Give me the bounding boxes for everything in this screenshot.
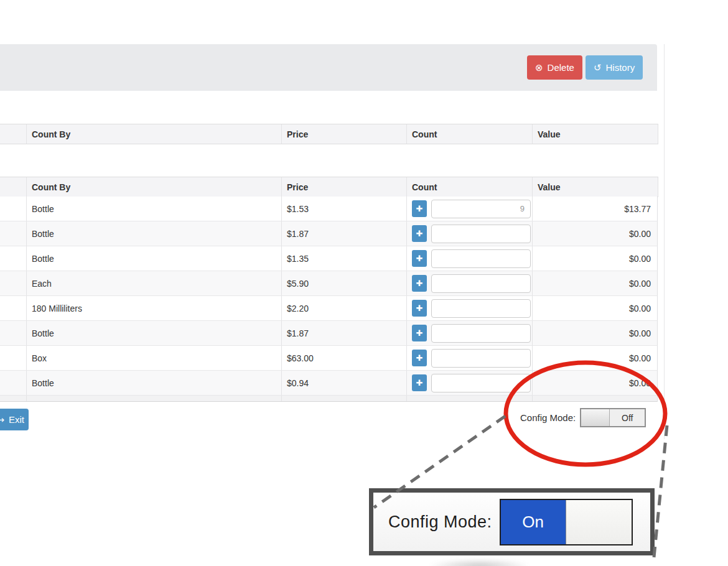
increment-count-button[interactable]: ✚ xyxy=(412,250,427,267)
increment-count-button[interactable]: ✚ xyxy=(412,200,427,217)
table-row: 180 Milliliters $2.20 ✚ $0.00 xyxy=(0,296,658,321)
delete-button-label: Delete xyxy=(548,62,574,73)
count-input[interactable] xyxy=(431,200,531,218)
price-cell: $1.87 xyxy=(281,221,406,246)
increment-count-button[interactable]: ✚ xyxy=(412,225,427,242)
config-mode-row: Config Mode: Off xyxy=(520,408,646,427)
panel-right-border xyxy=(664,44,665,439)
item-cell-cropped xyxy=(0,197,26,221)
value-cell: $0.00 xyxy=(532,371,658,395)
count-input[interactable] xyxy=(431,374,531,392)
value-cell: $0.00 xyxy=(532,321,658,345)
count-cell: ✚ xyxy=(406,197,532,221)
header-item-cell xyxy=(0,177,26,197)
item-cell-cropped xyxy=(0,221,26,246)
count-cell: ✚ xyxy=(406,271,532,295)
toggle-state-label: Off xyxy=(610,409,645,426)
table-fixed-header: Count By Price Count Value xyxy=(0,124,658,144)
count-by-cell: Bottle xyxy=(26,221,281,246)
plus-icon: ✚ xyxy=(416,353,423,363)
increment-count-button[interactable]: ✚ xyxy=(412,275,427,292)
config-mode-toggle[interactable]: Off xyxy=(580,408,646,427)
table-row-partial xyxy=(0,396,658,402)
item-cell-cropped xyxy=(0,271,26,295)
increment-count-button[interactable]: ✚ xyxy=(412,300,427,317)
table-row: Box $63.00 ✚ $0.00 xyxy=(0,346,658,371)
count-input[interactable] xyxy=(431,274,531,293)
table-header: Count By Price Count Value xyxy=(0,177,658,197)
price-cell: $5.90 xyxy=(281,271,406,295)
increment-count-button[interactable]: ✚ xyxy=(412,325,427,341)
inventory-count-screen: ⊗ Delete ↺ History Count By Price Count … xyxy=(0,0,728,566)
count-input[interactable] xyxy=(431,299,531,318)
history-icon: ↺ xyxy=(594,63,602,72)
exit-button-label: Exit xyxy=(9,414,24,425)
price-cell: $1.53 xyxy=(281,197,406,221)
price-cell: $63.00 xyxy=(281,346,406,370)
count-by-cell: Bottle xyxy=(26,321,281,345)
header-count-by: Count By xyxy=(26,124,281,144)
value-cell: $0.00 xyxy=(532,221,658,246)
callout-config-toggle[interactable]: On xyxy=(500,499,633,545)
item-cell-cropped xyxy=(0,296,26,320)
callout-shadow xyxy=(428,559,531,566)
plus-icon: ✚ xyxy=(416,378,423,387)
increment-count-button[interactable]: ✚ xyxy=(412,350,427,366)
count-by-cell: Bottle xyxy=(26,371,281,395)
plus-icon: ✚ xyxy=(416,204,423,213)
delete-circle-icon: ⊗ xyxy=(535,63,543,72)
item-cell-cropped xyxy=(0,371,26,395)
dashed-leader-right xyxy=(654,425,667,557)
history-button-label: History xyxy=(606,62,635,73)
callout-toggle-state-label: On xyxy=(501,500,566,544)
table-row: Bottle $1.87 ✚ $0.00 xyxy=(0,321,658,346)
header-count: Count xyxy=(406,124,532,144)
count-input[interactable] xyxy=(431,349,531,368)
history-button[interactable]: ↺ History xyxy=(586,55,643,80)
count-by-cell: Bottle xyxy=(26,246,281,271)
increment-count-button[interactable]: ✚ xyxy=(412,374,427,391)
header-value: Value xyxy=(532,124,658,144)
value-cell: $0.00 xyxy=(532,346,658,370)
item-cell-cropped xyxy=(0,321,26,345)
plus-icon: ✚ xyxy=(416,279,423,288)
plus-icon: ✚ xyxy=(416,229,423,238)
table-row: Bottle $1.53 ✚ $13.77 xyxy=(0,197,658,221)
item-cell-cropped xyxy=(0,346,26,370)
count-input[interactable] xyxy=(431,324,531,343)
config-mode-label: Config Mode: xyxy=(520,412,576,423)
count-cell: ✚ xyxy=(406,246,532,271)
table-row: Each $5.90 ✚ $0.00 xyxy=(0,271,658,296)
header-item-cell xyxy=(0,124,26,144)
delete-button[interactable]: ⊗ Delete xyxy=(527,55,582,80)
callout-config-label: Config Mode: xyxy=(388,513,492,532)
toggle-knob xyxy=(581,409,610,426)
plus-icon: ✚ xyxy=(416,254,423,263)
count-cell: ✚ xyxy=(406,371,532,395)
config-mode-callout: Config Mode: On xyxy=(369,488,655,555)
table-row: Bottle $1.35 ✚ $0.00 xyxy=(0,246,658,271)
plus-icon: ✚ xyxy=(416,304,423,313)
toolbar: ⊗ Delete ↺ History xyxy=(527,55,643,80)
value-cell: $0.00 xyxy=(532,271,658,295)
table-body: Bottle $1.53 ✚ $13.77 Bottle $1.87 ✚ $0.… xyxy=(0,197,658,396)
price-cell: $1.87 xyxy=(281,321,406,345)
table-row: Bottle $0.94 ✚ $0.00 xyxy=(0,371,658,396)
count-cell: ✚ xyxy=(406,346,532,370)
count-input[interactable] xyxy=(431,225,531,243)
header-count: Count xyxy=(406,177,532,197)
count-by-cell: Each xyxy=(26,271,281,295)
count-cell: ✚ xyxy=(406,321,532,345)
price-cell: $2.20 xyxy=(281,296,406,320)
value-cell: $13.77 xyxy=(532,197,658,221)
price-cell: $0.94 xyxy=(281,371,406,395)
header-price: Price xyxy=(281,177,406,197)
value-cell: $0.00 xyxy=(532,246,658,271)
header-count-by: Count By xyxy=(26,177,281,197)
count-cell: ✚ xyxy=(406,221,532,246)
count-input[interactable] xyxy=(431,249,531,268)
count-cell: ✚ xyxy=(406,296,532,320)
callout-toggle-knob xyxy=(566,500,632,544)
exit-button[interactable]: ↪ Exit xyxy=(0,409,29,430)
count-by-cell: Box xyxy=(26,346,281,370)
